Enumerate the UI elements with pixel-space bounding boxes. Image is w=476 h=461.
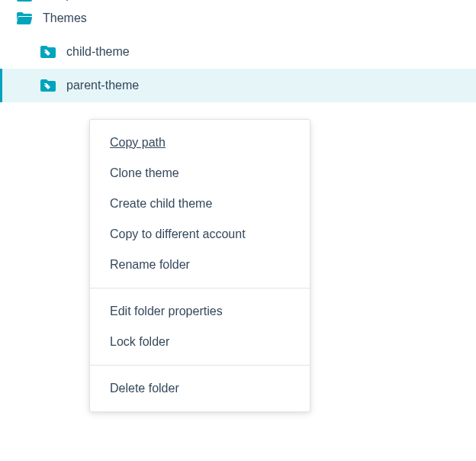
tree-item-label: child-theme [66,45,130,59]
folder-open-icon [17,12,32,24]
menu-item-lock-folder[interactable]: Lock folder [90,327,310,357]
tree-item-label: parent-theme [66,79,139,92]
svg-point-0 [44,50,46,52]
tree-item-child-theme[interactable]: child-theme [0,35,476,69]
menu-item-copy-to-account[interactable]: Copy to different account [90,219,310,250]
folder-tag-icon [40,79,56,92]
menu-item-create-child-theme[interactable]: Create child theme [90,189,310,219]
menu-item-clone-theme[interactable]: Clone theme [90,158,310,189]
tree-item-themes[interactable]: Themes [0,2,476,35]
folder-tree: Templates Themes child-theme parent-them… [0,0,476,102]
menu-item-edit-properties[interactable]: Edit folder properties [90,296,310,327]
tree-item-parent-theme[interactable]: parent-theme [0,69,476,102]
tree-item-label: Templates [43,0,98,2]
svg-point-1 [44,84,46,85]
menu-group: Delete folder [90,365,310,411]
menu-item-copy-path[interactable]: Copy path [90,127,310,158]
tree-item-label: Themes [43,11,87,25]
menu-item-rename-folder[interactable]: Rename folder [90,250,310,280]
menu-group: Copy path Clone theme Create child theme… [90,120,310,288]
folder-icon [17,0,32,2]
menu-item-delete-folder[interactable]: Delete folder [90,373,310,404]
menu-group: Edit folder properties Lock folder [90,288,310,365]
context-menu: Copy path Clone theme Create child theme… [89,119,310,412]
folder-tag-icon [40,46,56,58]
